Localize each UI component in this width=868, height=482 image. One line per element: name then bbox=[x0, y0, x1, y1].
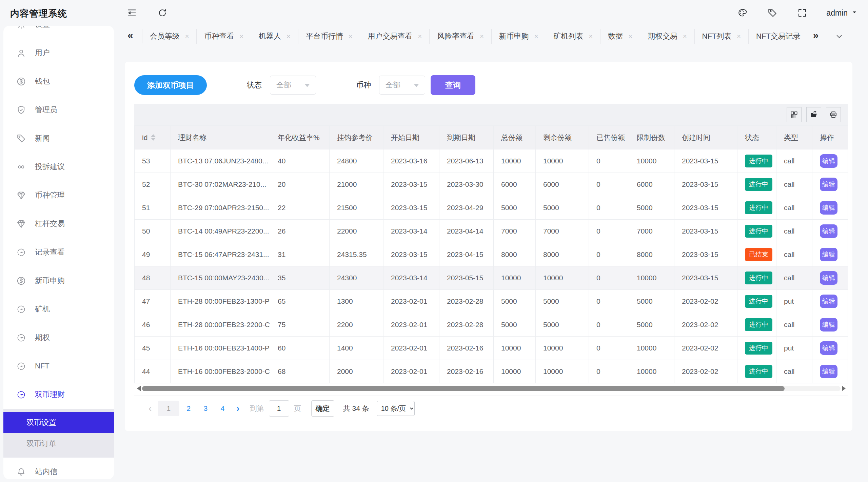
page-number-3[interactable]: 3 bbox=[198, 401, 213, 416]
sidebar-item-news[interactable]: 新闻 bbox=[3, 124, 114, 153]
add-dual-project-button[interactable]: 添加双币项目 bbox=[134, 75, 207, 95]
sidebar-subitem-dual-settings[interactable]: 双币设置 bbox=[3, 412, 114, 433]
page-number-2[interactable]: 2 bbox=[181, 401, 196, 416]
edit-button[interactable]: 编辑 bbox=[820, 341, 837, 355]
tab-data[interactable]: 数据× bbox=[600, 29, 640, 44]
edit-button[interactable]: 编辑 bbox=[820, 224, 837, 238]
sidebar-item-site-mail[interactable]: 站内信 bbox=[3, 458, 114, 479]
column-header-2: 年化收益率% bbox=[270, 126, 330, 149]
sidebar-item-new-coin[interactable]: 新币申购 bbox=[3, 266, 114, 295]
prev-page-icon[interactable]: ‹ bbox=[143, 403, 157, 414]
coin-select[interactable]: 全部 bbox=[379, 76, 425, 95]
column-header-6: 总份额 bbox=[494, 126, 536, 149]
close-icon[interactable]: × bbox=[418, 33, 422, 40]
export-icon[interactable] bbox=[806, 107, 821, 122]
cell-price: 2200 bbox=[330, 313, 383, 337]
cell-type: call bbox=[776, 313, 812, 337]
sidebar-item-settings[interactable]: 设置 bbox=[3, 26, 114, 39]
close-icon[interactable]: × bbox=[349, 33, 353, 40]
tab-robot[interactable]: 机器人× bbox=[251, 29, 298, 44]
close-icon[interactable]: × bbox=[287, 33, 291, 40]
cell-end: 2023-05-15 bbox=[439, 266, 494, 290]
scrollbar-thumb[interactable] bbox=[142, 386, 785, 391]
edit-button[interactable]: 编辑 bbox=[820, 295, 837, 308]
search-button[interactable]: 查询 bbox=[431, 75, 475, 95]
scroll-right-arrow-icon[interactable] bbox=[842, 386, 848, 391]
next-page-icon[interactable]: › bbox=[231, 403, 245, 414]
per-page-select[interactable]: 10 条/页 bbox=[377, 401, 415, 416]
theme-palette-icon[interactable] bbox=[737, 7, 748, 19]
sidebar-item-miner[interactable]: 矿机 bbox=[3, 295, 114, 323]
edit-button[interactable]: 编辑 bbox=[820, 178, 837, 191]
columns-config-icon[interactable] bbox=[787, 107, 802, 122]
close-icon[interactable]: × bbox=[628, 33, 632, 40]
sidebar-item-nft[interactable]: NFT bbox=[3, 352, 114, 380]
confirm-page-button[interactable]: 确定 bbox=[311, 400, 334, 417]
edit-button[interactable]: 编辑 bbox=[820, 154, 837, 168]
sidebar-item-options[interactable]: 期权 bbox=[3, 323, 114, 352]
sidebar-item-wallet[interactable]: 钱包 bbox=[3, 67, 114, 96]
tab-miner-list[interactable]: 矿机列表× bbox=[546, 29, 601, 44]
refresh-icon[interactable] bbox=[157, 7, 168, 19]
page-numbers: 1234 bbox=[157, 401, 231, 416]
scrollbar-track[interactable] bbox=[142, 386, 841, 391]
sidebar-item-suggestions[interactable]: 投拆建议 bbox=[3, 153, 114, 181]
close-icon[interactable]: × bbox=[480, 33, 484, 40]
user-menu[interactable]: admin bbox=[826, 8, 858, 18]
close-icon[interactable]: × bbox=[239, 33, 243, 40]
collapse-sidebar-icon[interactable] bbox=[126, 7, 138, 19]
sidebar-item-margin-trade[interactable]: 杠杆交易 bbox=[3, 209, 114, 238]
scroll-left-arrow-icon[interactable] bbox=[134, 386, 141, 391]
status-select[interactable]: 全部 bbox=[270, 76, 316, 95]
table-row: 46ETH-28 00:00FEB23-2200-C7522002023-02-… bbox=[135, 313, 848, 337]
edit-button[interactable]: 编辑 bbox=[820, 318, 837, 332]
fullscreen-icon[interactable] bbox=[796, 7, 808, 19]
cell-remain: 5000 bbox=[536, 196, 589, 220]
cell-type: call bbox=[776, 220, 812, 243]
page-input[interactable] bbox=[269, 400, 289, 417]
tabs-scroll-left-icon[interactable]: « bbox=[125, 29, 142, 43]
sidebar-subitem-dual-orders[interactable]: 双币订单 bbox=[3, 433, 114, 454]
cell-total: 10000 bbox=[494, 266, 536, 290]
content-card: 添加双币项目 状态 全部 币种 全部 查询 id理财名称年化收益率%挂钩参考价开… bbox=[125, 62, 852, 431]
status-badge: 进行中 bbox=[745, 295, 772, 308]
edit-button[interactable]: 编辑 bbox=[820, 365, 837, 378]
edit-button[interactable]: 编辑 bbox=[820, 271, 837, 285]
close-icon[interactable]: × bbox=[185, 33, 189, 40]
tab-platform-coin-quote[interactable]: 平台币行情× bbox=[298, 29, 360, 44]
sidebar-item-coin-manage[interactable]: 币种管理 bbox=[3, 181, 114, 209]
sidebar-item-admins[interactable]: 管理员 bbox=[3, 96, 114, 124]
close-icon[interactable]: × bbox=[589, 33, 593, 40]
page-number-1[interactable]: 1 bbox=[158, 401, 179, 416]
close-icon[interactable]: × bbox=[737, 33, 741, 40]
tag-icon[interactable] bbox=[767, 7, 778, 19]
tabs-scroll-right-icon[interactable]: » bbox=[813, 29, 819, 43]
sidebar-item-dual-currency[interactable]: 双币理财 bbox=[3, 380, 114, 409]
tab-member-level[interactable]: 会员等级× bbox=[142, 29, 197, 44]
close-icon[interactable]: × bbox=[534, 33, 538, 40]
tab-risk-rate-view[interactable]: 风险率查看× bbox=[430, 29, 492, 44]
sidebar-item-label: 新闻 bbox=[35, 133, 50, 143]
sidebar-item-label: 记录查看 bbox=[35, 247, 65, 257]
page-number-4[interactable]: 4 bbox=[215, 401, 230, 416]
close-icon[interactable]: × bbox=[683, 33, 687, 40]
tab-coin-view[interactable]: 币种查看× bbox=[197, 29, 251, 44]
edit-button[interactable]: 编辑 bbox=[820, 201, 837, 215]
tab-user-trade-view[interactable]: 用户交易查看× bbox=[360, 29, 430, 44]
sort-icon[interactable] bbox=[151, 134, 156, 141]
tab-nft-list[interactable]: NFT列表× bbox=[695, 29, 749, 44]
sidebar-item-records[interactable]: 记录查看 bbox=[3, 238, 114, 266]
cell-action: 编辑 bbox=[812, 337, 848, 360]
cell-id: 51 bbox=[135, 196, 171, 220]
tab-nft-trade-records[interactable]: NFT交易记录 bbox=[749, 29, 808, 44]
cell-total: 5000 bbox=[494, 196, 536, 220]
tab-new-coin-subscribe[interactable]: 新币申购× bbox=[492, 29, 546, 44]
tab-options-trade[interactable]: 期权交易× bbox=[640, 29, 695, 44]
cell-end: 2023-03-30 bbox=[439, 173, 494, 196]
print-icon[interactable] bbox=[826, 107, 841, 122]
gauge-icon bbox=[16, 361, 26, 371]
edit-button[interactable]: 编辑 bbox=[820, 248, 837, 261]
chevron-down-icon bbox=[851, 9, 858, 17]
sidebar-item-users[interactable]: 用户 bbox=[3, 39, 114, 67]
tabs-dropdown-icon[interactable] bbox=[835, 32, 844, 41]
